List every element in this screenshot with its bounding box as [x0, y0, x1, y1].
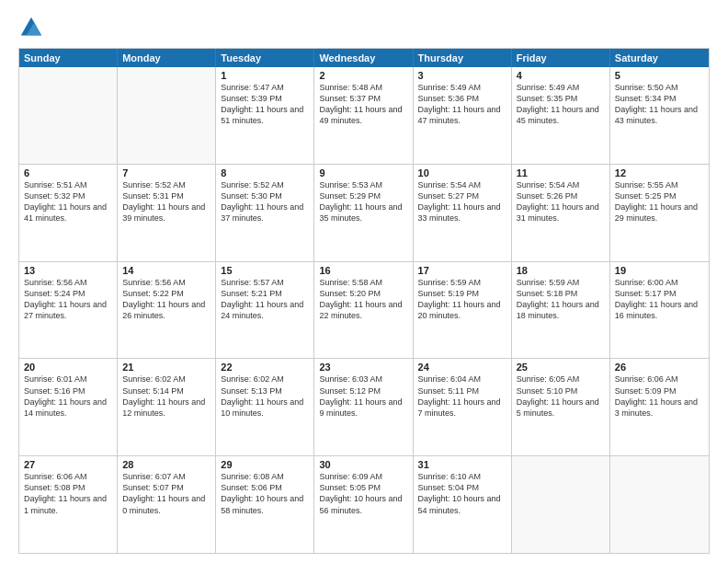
- day-number: 29: [221, 459, 309, 470]
- cell-info: Sunrise: 5:59 AM Sunset: 5:19 PM Dayligh…: [418, 277, 506, 322]
- day-number: 9: [319, 167, 407, 178]
- day-number: 27: [24, 459, 112, 470]
- day-number: 17: [418, 265, 506, 276]
- day-cell-5: 5Sunrise: 5:50 AM Sunset: 5:34 PM Daylig…: [610, 67, 709, 164]
- cell-info: Sunrise: 5:52 AM Sunset: 5:31 PM Dayligh…: [122, 179, 210, 224]
- day-number: 11: [517, 167, 605, 178]
- cell-info: Sunrise: 5:53 AM Sunset: 5:29 PM Dayligh…: [319, 179, 407, 224]
- day-cell-4: 4Sunrise: 5:49 AM Sunset: 5:35 PM Daylig…: [512, 67, 610, 164]
- day-cell-31: 31Sunrise: 6:10 AM Sunset: 5:04 PM Dayli…: [414, 456, 512, 553]
- day-cell-28: 28Sunrise: 6:07 AM Sunset: 5:07 PM Dayli…: [118, 456, 216, 553]
- day-number: 26: [615, 362, 704, 373]
- day-cell-16: 16Sunrise: 5:58 AM Sunset: 5:20 PM Dayli…: [314, 262, 413, 359]
- cell-info: Sunrise: 6:06 AM Sunset: 5:09 PM Dayligh…: [615, 373, 704, 419]
- day-number: 12: [615, 167, 704, 178]
- day-number: 20: [24, 362, 112, 373]
- cell-info: Sunrise: 5:58 AM Sunset: 5:20 PM Dayligh…: [319, 277, 407, 322]
- day-cell-6: 6Sunrise: 5:51 AM Sunset: 5:32 PM Daylig…: [19, 165, 118, 261]
- calendar: SundayMondayTuesdayWednesdayThursdayFrid…: [18, 48, 710, 554]
- cell-info: Sunrise: 5:54 AM Sunset: 5:27 PM Dayligh…: [418, 179, 506, 224]
- week-row-4: 20Sunrise: 6:01 AM Sunset: 5:16 PM Dayli…: [19, 359, 709, 456]
- weekday-header-thursday: Thursday: [414, 49, 512, 67]
- day-number: 15: [221, 265, 309, 276]
- day-cell-11: 11Sunrise: 5:54 AM Sunset: 5:26 PM Dayli…: [512, 165, 610, 261]
- day-number: 22: [221, 362, 309, 373]
- cell-info: Sunrise: 5:56 AM Sunset: 5:24 PM Dayligh…: [24, 277, 112, 322]
- day-cell-8: 8Sunrise: 5:52 AM Sunset: 5:30 PM Daylig…: [216, 165, 314, 261]
- weekday-header-tuesday: Tuesday: [216, 49, 314, 67]
- week-row-3: 13Sunrise: 5:56 AM Sunset: 5:24 PM Dayli…: [19, 262, 709, 360]
- weekday-header-monday: Monday: [118, 49, 216, 67]
- day-cell-22: 22Sunrise: 6:02 AM Sunset: 5:13 PM Dayli…: [216, 359, 314, 455]
- day-cell-17: 17Sunrise: 5:59 AM Sunset: 5:19 PM Dayli…: [414, 262, 512, 359]
- cell-info: Sunrise: 6:02 AM Sunset: 5:14 PM Dayligh…: [122, 373, 210, 419]
- day-number: 7: [122, 167, 210, 178]
- day-cell-13: 13Sunrise: 5:56 AM Sunset: 5:24 PM Dayli…: [19, 262, 118, 359]
- empty-cell: [610, 456, 709, 553]
- day-cell-3: 3Sunrise: 5:49 AM Sunset: 5:36 PM Daylig…: [414, 67, 512, 164]
- day-number: 14: [122, 265, 210, 276]
- cell-info: Sunrise: 5:47 AM Sunset: 5:39 PM Dayligh…: [221, 82, 309, 127]
- day-cell-20: 20Sunrise: 6:01 AM Sunset: 5:16 PM Dayli…: [19, 359, 118, 455]
- empty-cell: [118, 67, 216, 164]
- cell-info: Sunrise: 5:51 AM Sunset: 5:32 PM Dayligh…: [24, 179, 112, 224]
- empty-cell: [512, 456, 610, 553]
- day-number: 6: [24, 167, 112, 178]
- cell-info: Sunrise: 5:49 AM Sunset: 5:36 PM Dayligh…: [418, 82, 506, 127]
- day-cell-29: 29Sunrise: 6:08 AM Sunset: 5:06 PM Dayli…: [216, 456, 314, 553]
- day-number: 21: [122, 362, 210, 373]
- day-cell-25: 25Sunrise: 6:05 AM Sunset: 5:10 PM Dayli…: [512, 359, 610, 455]
- cell-info: Sunrise: 6:04 AM Sunset: 5:11 PM Dayligh…: [418, 373, 506, 419]
- day-cell-10: 10Sunrise: 5:54 AM Sunset: 5:27 PM Dayli…: [414, 165, 512, 261]
- day-cell-9: 9Sunrise: 5:53 AM Sunset: 5:29 PM Daylig…: [314, 165, 413, 261]
- logo-icon: [18, 15, 44, 40]
- day-cell-26: 26Sunrise: 6:06 AM Sunset: 5:09 PM Dayli…: [610, 359, 709, 455]
- day-number: 10: [418, 167, 506, 178]
- header: [18, 15, 710, 40]
- empty-cell: [19, 67, 118, 164]
- week-row-5: 27Sunrise: 6:06 AM Sunset: 5:08 PM Dayli…: [19, 456, 709, 553]
- day-number: 24: [418, 362, 506, 373]
- weekday-header-wednesday: Wednesday: [314, 49, 413, 67]
- calendar-body: 1Sunrise: 5:47 AM Sunset: 5:39 PM Daylig…: [19, 67, 709, 553]
- cell-info: Sunrise: 6:00 AM Sunset: 5:17 PM Dayligh…: [615, 277, 704, 322]
- day-number: 25: [517, 362, 605, 373]
- cell-info: Sunrise: 5:55 AM Sunset: 5:25 PM Dayligh…: [615, 179, 704, 224]
- calendar-header: SundayMondayTuesdayWednesdayThursdayFrid…: [19, 49, 709, 67]
- day-cell-1: 1Sunrise: 5:47 AM Sunset: 5:39 PM Daylig…: [216, 67, 314, 164]
- day-cell-15: 15Sunrise: 5:57 AM Sunset: 5:21 PM Dayli…: [216, 262, 314, 359]
- day-cell-30: 30Sunrise: 6:09 AM Sunset: 5:05 PM Dayli…: [314, 456, 413, 553]
- cell-info: Sunrise: 6:03 AM Sunset: 5:12 PM Dayligh…: [319, 373, 407, 419]
- cell-info: Sunrise: 5:54 AM Sunset: 5:26 PM Dayligh…: [517, 179, 605, 224]
- cell-info: Sunrise: 5:49 AM Sunset: 5:35 PM Dayligh…: [517, 82, 605, 127]
- weekday-header-sunday: Sunday: [19, 49, 118, 67]
- cell-info: Sunrise: 6:10 AM Sunset: 5:04 PM Dayligh…: [418, 471, 506, 516]
- cell-info: Sunrise: 6:07 AM Sunset: 5:07 PM Dayligh…: [122, 471, 210, 516]
- day-number: 1: [221, 70, 309, 81]
- day-cell-12: 12Sunrise: 5:55 AM Sunset: 5:25 PM Dayli…: [610, 165, 709, 261]
- day-number: 2: [319, 70, 407, 81]
- day-cell-23: 23Sunrise: 6:03 AM Sunset: 5:12 PM Dayli…: [314, 359, 413, 455]
- cell-info: Sunrise: 6:06 AM Sunset: 5:08 PM Dayligh…: [24, 471, 112, 516]
- day-cell-14: 14Sunrise: 5:56 AM Sunset: 5:22 PM Dayli…: [118, 262, 216, 359]
- logo: [18, 15, 48, 40]
- day-cell-19: 19Sunrise: 6:00 AM Sunset: 5:17 PM Dayli…: [610, 262, 709, 359]
- day-number: 31: [418, 459, 506, 470]
- day-number: 28: [122, 459, 210, 470]
- day-number: 19: [615, 265, 704, 276]
- cell-info: Sunrise: 6:02 AM Sunset: 5:13 PM Dayligh…: [221, 373, 309, 419]
- day-cell-2: 2Sunrise: 5:48 AM Sunset: 5:37 PM Daylig…: [314, 67, 413, 164]
- day-cell-18: 18Sunrise: 5:59 AM Sunset: 5:18 PM Dayli…: [512, 262, 610, 359]
- cell-info: Sunrise: 5:52 AM Sunset: 5:30 PM Dayligh…: [221, 179, 309, 224]
- day-number: 8: [221, 167, 309, 178]
- day-number: 30: [319, 459, 407, 470]
- cell-info: Sunrise: 6:05 AM Sunset: 5:10 PM Dayligh…: [517, 373, 605, 419]
- cell-info: Sunrise: 5:48 AM Sunset: 5:37 PM Dayligh…: [319, 82, 407, 127]
- weekday-header-friday: Friday: [512, 49, 610, 67]
- day-cell-21: 21Sunrise: 6:02 AM Sunset: 5:14 PM Dayli…: [118, 359, 216, 455]
- cell-info: Sunrise: 6:08 AM Sunset: 5:06 PM Dayligh…: [221, 471, 309, 516]
- day-number: 23: [319, 362, 407, 373]
- weekday-header-saturday: Saturday: [610, 49, 709, 67]
- week-row-1: 1Sunrise: 5:47 AM Sunset: 5:39 PM Daylig…: [19, 67, 709, 165]
- day-number: 3: [418, 70, 506, 81]
